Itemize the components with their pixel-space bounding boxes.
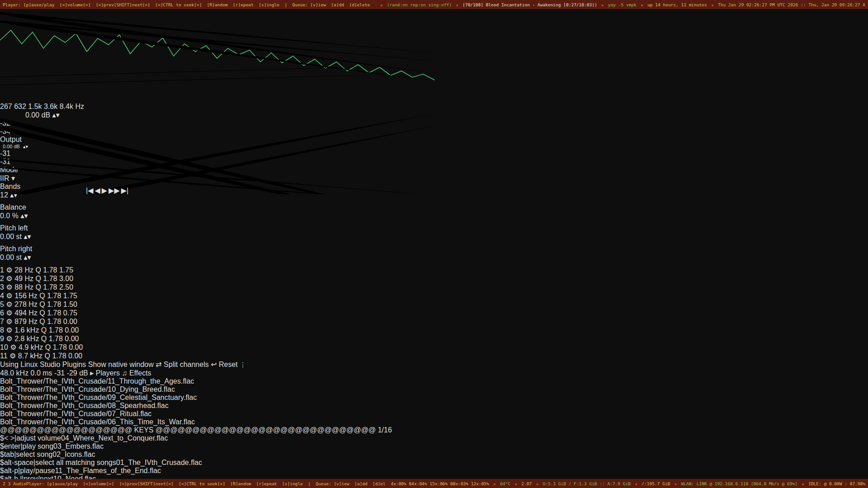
- eq-band-frequency: 1.6 kHz: [14, 326, 39, 334]
- playlist-file-row[interactable]: Bolt_Thrower/The_IVth_Crusade/07_Ritual.…: [0, 410, 868, 418]
- players-tab[interactable]: ▸ Players: [90, 369, 122, 377]
- keybind-help-row: $alt-p|play/pause11_The_Flames_of_the_En…: [0, 467, 868, 475]
- terminal-music-player[interactable]: Bolt_Thrower/The_IVth_Crusade/11_Through…: [0, 377, 868, 488]
- eq-band-frequency: 88 Hz: [14, 283, 33, 291]
- file-path: Bolt_Thrower/The_IVth_Crusade/: [0, 394, 108, 401]
- keybind-keys: alt-space: [4, 459, 33, 466]
- players-tab-label: Players: [96, 369, 120, 377]
- memory-stats: U:5.3 GiB / F:1.3 GiB :: A:7.9 GiB: [542, 481, 630, 486]
- band-settings-icon[interactable]: ⚙: [6, 318, 12, 325]
- transport-button[interactable]: ▶|: [121, 186, 128, 197]
- eq-band-q: Q 1.78: [35, 266, 57, 274]
- transport-button[interactable]: ◀: [94, 186, 100, 197]
- eq-band-gain: 0.75: [63, 309, 77, 317]
- transport-icon: ▶▶: [108, 187, 120, 194]
- page-indicator-badge: 1/16: [378, 426, 392, 434]
- transport-button[interactable]: ▶▶: [108, 186, 120, 197]
- eq-band-frequency: 49 Hz: [14, 275, 33, 282]
- eq-band-column: 2 ⚙ 49 Hz Q 1.78 3.00: [0, 274, 868, 283]
- pkg-hint: yay -S vmpk: [608, 2, 637, 7]
- band-settings-icon[interactable]: ⚙: [6, 326, 12, 334]
- eq-band-gain: 1.75: [63, 292, 77, 300]
- eq-band-number: 8: [0, 326, 4, 334]
- eq-band-column: 7 ⚙ 879 Hz Q 1.78 0.00: [0, 317, 868, 326]
- playlist-file-row[interactable]: Bolt_Thrower/The_IVth_Crusade/10_Dying_B…: [0, 385, 868, 394]
- eq-band-gain: 1.75: [59, 266, 73, 274]
- eq-band-q: Q 1.78: [41, 335, 63, 343]
- eq-band-number: 5: [0, 300, 4, 308]
- eq-band-frequency: 494 Hz: [14, 309, 38, 317]
- prompt-glyph: $: [0, 434, 4, 442]
- split-channels-button[interactable]: ⇄ Split channels: [156, 361, 211, 368]
- sample-rate-status: 48.0 kHz: [0, 369, 28, 377]
- global-level-status: -31 -29 dB: [54, 369, 88, 377]
- transport-button[interactable]: ▶: [102, 186, 107, 197]
- effects-icon: ♫: [122, 369, 127, 377]
- pitch-right-spinner[interactable]: 0.00 st ▴▾: [0, 253, 81, 266]
- reset-eq-button[interactable]: ↩ Reset: [211, 361, 240, 368]
- separator-icon: ◆: [802, 482, 804, 486]
- eq-band-column: 1 ⚙ 28 Hz Q 1.78 1.75: [0, 266, 868, 274]
- band-settings-icon[interactable]: ⚙: [6, 300, 12, 308]
- eq-band-gain: 0.00: [65, 326, 79, 334]
- eq-band-number: 4: [0, 292, 4, 300]
- keybind-help-row: $enter|play song03_Embers.flac: [0, 442, 868, 450]
- background-ghost-text: 11_The_Flames_of_the_End.flac: [55, 467, 161, 474]
- band-settings-icon[interactable]: ⚙: [6, 292, 12, 300]
- eq-band-q: Q 1.78: [35, 275, 57, 282]
- spin-down-icon[interactable]: ▾: [24, 212, 28, 220]
- pitch-left-spinner[interactable]: 0.00 st ▴▾: [0, 232, 80, 245]
- spin-up-icon[interactable]: ▴: [24, 253, 27, 261]
- eq-band-number: 9: [0, 335, 4, 343]
- band-settings-icon[interactable]: ⚙: [6, 335, 12, 343]
- prompt-glyph: $: [0, 467, 4, 474]
- balance-value: 0.0 %: [0, 212, 19, 220]
- eq-band-gain: 3.00: [59, 275, 73, 282]
- eq-band-number: 10: [0, 343, 8, 351]
- separator-icon: ◆: [536, 482, 538, 486]
- keybind-description: play song: [23, 442, 54, 450]
- transport-icon: ◀: [94, 187, 100, 194]
- background-ghost-text: 01_The_IVth_Crusade.flac: [116, 459, 202, 466]
- effects-tab[interactable]: ♫ Effects: [122, 369, 151, 377]
- show-native-window-checkbox[interactable]: Show native window: [88, 361, 156, 368]
- separator-icon: ◆: [601, 3, 604, 7]
- transport-icon: ▶|: [121, 187, 128, 194]
- playlist-file-row[interactable]: Bolt_Thrower/The_IVth_Crusade/06_This_Ti…: [0, 418, 868, 426]
- file-path: Bolt_Thrower/The_IVth_Crusade/: [0, 402, 108, 409]
- eq-band-q: Q 1.78: [35, 283, 57, 291]
- spin-down-icon[interactable]: ▾: [28, 253, 31, 261]
- band-settings-icon[interactable]: ⚙: [9, 352, 16, 360]
- playlist-file-row[interactable]: Bolt_Thrower/The_IVth_Crusade/11_Through…: [0, 377, 868, 385]
- band-settings-icon[interactable]: ⚙: [6, 283, 12, 291]
- band-settings-icon[interactable]: ⚙: [6, 266, 12, 274]
- eq-band-gain: 0.00: [68, 352, 82, 360]
- keybind-help-row: $tab|select song02_Icons.flac: [0, 450, 868, 459]
- eq-band-q: Q 1.78: [39, 292, 61, 300]
- eq-band-frequency: 156 Hz: [14, 292, 38, 300]
- band-settings-icon[interactable]: ⚙: [6, 275, 12, 282]
- playlist-file-row[interactable]: Bolt_Thrower/The_IVth_Crusade/09_Celesti…: [0, 394, 868, 402]
- band-settings-icon[interactable]: ⚙: [10, 343, 16, 351]
- playlist-file-row[interactable]: Bolt_Thrower/The_IVth_Crusade/08_Spearhe…: [0, 402, 868, 410]
- band-settings-icon[interactable]: ⚙: [6, 309, 12, 317]
- pitch-left-label: Pitch left: [0, 224, 28, 232]
- transport-button[interactable]: |◀: [86, 186, 93, 197]
- eq-band-column: 3 ⚙ 88 Hz Q 1.78 2.50: [0, 283, 868, 291]
- clock: Thu Jan 29 02:26:27 PM UTC 2026 :: Thu, …: [718, 2, 865, 7]
- spin-down-icon[interactable]: ▾: [28, 233, 31, 240]
- spin-up-icon[interactable]: ▴: [24, 233, 27, 240]
- eq-band-frequency: 879 Hz: [14, 318, 38, 325]
- eq-band-q: Q 1.78: [39, 300, 61, 308]
- now-playing: [70/108] Blood Incantation - Awakening […: [462, 2, 597, 7]
- band-menu-kebab[interactable]: ⋮: [240, 361, 246, 368]
- eq-band-column: 8 ⚙ 1.6 kHz Q 1.78 0.00: [0, 326, 868, 334]
- tmux-window-list[interactable]: 2 3: [3, 481, 10, 486]
- eq-band-q: Q 1.78: [45, 352, 66, 360]
- eq-band-gain: 0.00: [69, 343, 83, 351]
- balance-spinner[interactable]: 0.0 % ▴▾: [0, 211, 80, 224]
- keybind-keys: alt-p: [4, 467, 18, 474]
- prompt-glyph: $: [0, 450, 4, 458]
- tmux-active-window[interactable]: Audio: [13, 481, 26, 486]
- file-path: Bolt_Thrower/The_IVth_Crusade/: [0, 410, 108, 418]
